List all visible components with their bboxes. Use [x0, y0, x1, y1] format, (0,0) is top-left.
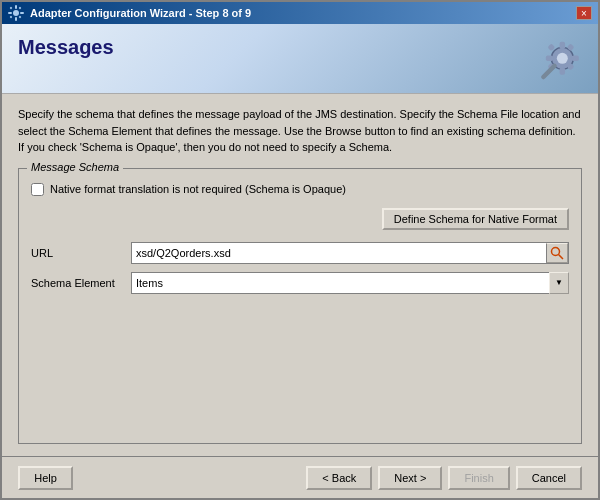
finish-button[interactable]: Finish	[448, 466, 509, 490]
magnifier-icon	[550, 246, 564, 260]
content-area: Specify the schema that defines the mess…	[2, 94, 598, 456]
svg-rect-11	[560, 42, 566, 49]
svg-rect-8	[19, 16, 22, 19]
schema-element-label: Schema Element	[31, 277, 131, 289]
group-box-legend: Message Schema	[27, 161, 123, 173]
schema-element-select[interactable]: Items	[131, 272, 569, 294]
title-bar-left: Adapter Configuration Wizard - Step 8 of…	[8, 5, 251, 21]
svg-rect-4	[20, 12, 24, 14]
footer-nav-buttons: < Back Next > Finish Cancel	[306, 466, 582, 490]
close-button[interactable]: ×	[576, 6, 592, 20]
svg-rect-5	[10, 7, 13, 10]
svg-point-20	[552, 247, 560, 255]
title-bar: Adapter Configuration Wizard - Step 8 of…	[2, 2, 598, 24]
svg-rect-1	[15, 5, 17, 9]
title-bar-title: Adapter Configuration Wizard - Step 8 of…	[30, 7, 251, 19]
svg-rect-14	[572, 56, 579, 61]
url-row: URL	[31, 242, 569, 264]
define-schema-button[interactable]: Define Schema for Native Format	[382, 208, 569, 230]
svg-point-10	[557, 53, 568, 64]
header-gear-icon	[533, 29, 588, 87]
browse-button[interactable]	[546, 243, 568, 263]
description-text: Specify the schema that defines the mess…	[18, 106, 582, 156]
back-button[interactable]: < Back	[306, 466, 372, 490]
opaque-checkbox[interactable]	[31, 183, 44, 196]
cancel-button[interactable]: Cancel	[516, 466, 582, 490]
schema-element-row: Schema Element Items ▼	[31, 272, 569, 294]
svg-rect-12	[560, 68, 566, 75]
url-input-container	[131, 242, 569, 264]
define-schema-btn-row: Define Schema for Native Format	[31, 208, 569, 230]
header-banner: Messages	[2, 24, 598, 94]
svg-rect-7	[10, 16, 13, 19]
svg-rect-2	[15, 17, 17, 21]
next-button[interactable]: Next >	[378, 466, 442, 490]
help-button[interactable]: Help	[18, 466, 73, 490]
wizard-window: Adapter Configuration Wizard - Step 8 of…	[0, 0, 600, 500]
svg-line-21	[559, 254, 564, 259]
svg-rect-3	[8, 12, 12, 14]
svg-point-0	[13, 10, 19, 16]
page-title: Messages	[18, 36, 114, 59]
opaque-checkbox-row: Native format translation is not require…	[31, 183, 569, 196]
svg-rect-13	[546, 56, 553, 61]
footer: Help < Back Next > Finish Cancel	[2, 456, 598, 498]
url-label: URL	[31, 247, 131, 259]
svg-rect-6	[19, 7, 22, 10]
url-input[interactable]	[132, 245, 546, 261]
schema-element-select-container: Items ▼	[131, 272, 569, 294]
message-schema-group: Message Schema Native format translation…	[18, 168, 582, 445]
title-bar-icon	[8, 5, 24, 21]
opaque-checkbox-label[interactable]: Native format translation is not require…	[50, 183, 346, 195]
svg-rect-15	[547, 43, 555, 51]
